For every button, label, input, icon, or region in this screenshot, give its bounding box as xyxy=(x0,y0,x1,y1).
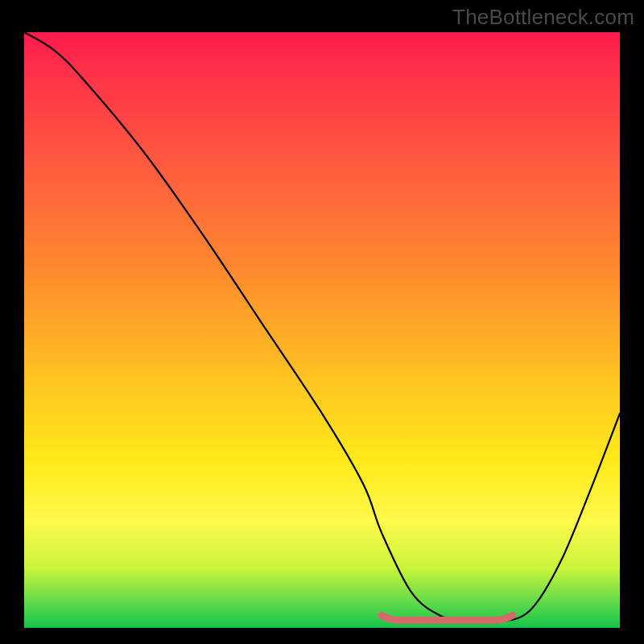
gradient-plot-area xyxy=(24,32,620,628)
curve-line xyxy=(24,32,620,623)
valley-highlight xyxy=(382,615,513,620)
watermark-text: TheBottleneck.com xyxy=(452,5,634,30)
chart-stage: TheBottleneck.com xyxy=(0,0,644,644)
bottleneck-curve xyxy=(24,32,620,628)
